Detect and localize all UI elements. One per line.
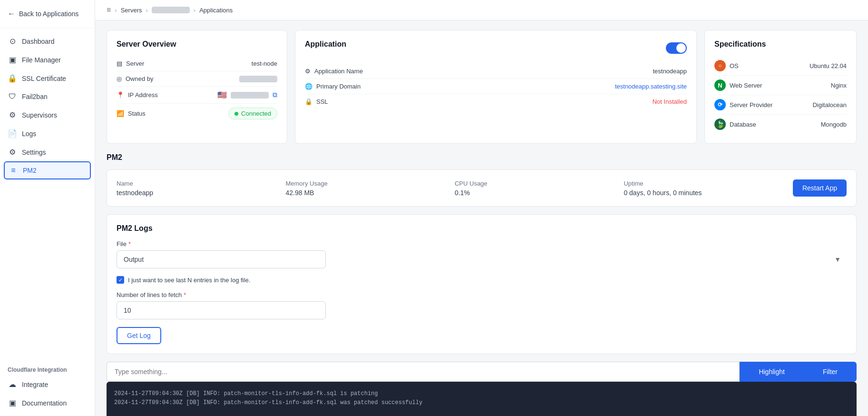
os-row: ○ OS Ubuntu 22.04 <box>714 56 847 76</box>
last-n-checkbox[interactable]: ✓ <box>117 276 124 284</box>
sidebar-item-documentation[interactable]: ▣ Documentation <box>0 394 95 412</box>
sidebar-item-logs[interactable]: 📄 Logs <box>0 124 95 143</box>
cloudflare-section-title: Cloudflare Integration <box>0 361 95 375</box>
content-area: Server Overview ▤ Server test-node ◎ Own… <box>95 20 868 416</box>
ssl-row-icon: 🔒 <box>305 98 312 105</box>
sidebar-item-supervisors[interactable]: ⚙ Supervisors <box>0 106 95 124</box>
sidebar-item-integrate[interactable]: ☁ Integrate <box>0 375 95 394</box>
file-required: * <box>128 240 131 248</box>
documentation-icon: ▣ <box>8 398 17 407</box>
pm2-name-value: testnodeapp <box>117 189 285 197</box>
main-content: ≡ › Servers › › Applications Server Over… <box>95 0 868 416</box>
status-dot <box>234 112 238 116</box>
cloudflare-section: Cloudflare Integration ☁ Integrate ▣ Doc… <box>0 357 95 416</box>
flag-icon: 🇺🇸 <box>217 90 227 99</box>
checkbox-label: I just want to see last N entries in the… <box>128 277 250 284</box>
sidebar-item-settings[interactable]: ⚙ Settings <box>0 143 95 161</box>
breadcrumb: ≡ › Servers › › Applications <box>95 0 868 20</box>
select-arrow-icon: ▼ <box>834 256 841 263</box>
dashboard-icon: ⊙ <box>8 37 17 46</box>
ssl-icon: 🔒 <box>8 74 17 83</box>
status-badge: Connected <box>228 108 277 119</box>
ip-row: 📍 IP Address 🇺🇸 ⧉ <box>117 87 277 104</box>
primary-domain-value[interactable]: testnodeapp.satesting.site <box>615 83 687 90</box>
lines-input[interactable] <box>117 301 326 319</box>
app-name-value: testnodeapp <box>653 68 687 75</box>
app-name-row: ⚙ Application Name testnodeapp <box>305 64 687 79</box>
database-row: 🍃 Database Mongodb <box>714 115 847 134</box>
log-search-row: Highlight Filter <box>107 362 857 382</box>
server-value: test-node <box>252 60 277 67</box>
primary-domain-row: 🌐 Primary Domain testnodeapp.satesting.s… <box>305 79 687 94</box>
pm2-logs-title: PM2 Logs <box>117 224 847 233</box>
pm2-cpu-value: 0.1% <box>455 189 624 197</box>
log-line-1: 2024-11-27T09:04:30Z [DB] INFO: patch-mo… <box>114 389 849 398</box>
log-search-input[interactable] <box>107 362 740 382</box>
back-arrow-icon: ← <box>8 10 15 18</box>
sidebar-item-dashboard[interactable]: ⊙ Dashboard <box>0 32 95 50</box>
restart-app-button[interactable]: Restart App <box>793 179 847 197</box>
provider-value: Digitalocean <box>812 101 847 109</box>
pm2-name-stat: Name testnodeapp <box>117 180 285 197</box>
logs-icon: 📄 <box>8 129 17 138</box>
filter-button[interactable]: Filter <box>804 362 857 382</box>
pm2-stats-row: Name testnodeapp Memory Usage 42.98 MB C… <box>117 179 847 197</box>
ip-value <box>231 92 269 99</box>
pm2-stats-card: Name testnodeapp Memory Usage 42.98 MB C… <box>107 169 857 207</box>
breadcrumb-applications[interactable]: Applications <box>199 7 233 14</box>
checkbox-row: ✓ I just want to see last N entries in t… <box>117 276 847 284</box>
application-card: Application ⚙ Application Name testnodea… <box>295 30 697 144</box>
owned-row: ◎ Owned by <box>117 71 277 87</box>
server-row: ▤ Server test-node <box>117 56 277 71</box>
server-overview-card: Server Overview ▤ Server test-node ◎ Own… <box>107 30 287 144</box>
file-manager-icon: ▣ <box>8 55 17 64</box>
back-to-applications[interactable]: ← Back to Applications <box>0 0 95 28</box>
ssl-row: 🔒 SSL Not Installed <box>305 94 687 109</box>
settings-icon: ⚙ <box>8 148 17 157</box>
sidebar-item-ssl[interactable]: 🔒 SSL Certificate <box>0 69 95 88</box>
status-icon: 📶 <box>117 110 124 117</box>
ip-icon: 📍 <box>117 91 124 99</box>
toggle-circle <box>676 43 686 53</box>
pm2-logs-card: PM2 Logs File * Output Error ▼ ✓ <box>107 214 857 354</box>
highlight-button[interactable]: Highlight <box>740 362 803 382</box>
supervisors-icon: ⚙ <box>8 110 17 119</box>
mongodb-icon: 🍃 <box>714 119 726 130</box>
integrate-icon: ☁ <box>8 380 17 389</box>
pm2-section-title: PM2 <box>107 153 857 162</box>
domain-icon: 🌐 <box>305 83 312 90</box>
sidebar-nav: ⊙ Dashboard ▣ File Manager 🔒 SSL Certifi… <box>0 28 95 357</box>
get-log-button[interactable]: Get Log <box>117 327 161 344</box>
pm2-uptime-value: 0 days, 0 hours, 0 minutes <box>624 189 792 197</box>
nginx-icon: N <box>714 79 726 91</box>
pm2-memory-stat: Memory Usage 42.98 MB <box>285 180 454 197</box>
provider-row: ⟳ Server Provider Digitalocean <box>714 95 847 115</box>
app-name-icon: ⚙ <box>305 68 311 75</box>
file-select[interactable]: Output Error <box>117 250 326 268</box>
specs-title: Specifications <box>714 40 847 49</box>
pm2-uptime-stat: Uptime 0 days, 0 hours, 0 minutes <box>624 180 792 197</box>
checkbox-check-icon: ✓ <box>118 277 123 283</box>
fail2ban-icon: 🛡 <box>8 92 17 101</box>
server-icon: ▤ <box>117 60 122 67</box>
application-title: Application <box>305 40 346 49</box>
breadcrumb-servers[interactable]: Servers <box>121 7 142 14</box>
lines-required: * <box>184 291 186 298</box>
app-card-header: Application <box>305 40 687 56</box>
server-overview-title: Server Overview <box>117 40 277 49</box>
pm2-cpu-stat: CPU Usage 0.1% <box>455 180 624 197</box>
app-toggle[interactable] <box>666 42 687 54</box>
breadcrumb-blurred <box>152 7 190 13</box>
copy-icon[interactable]: ⧉ <box>273 91 277 99</box>
sidebar-item-file-manager[interactable]: ▣ File Manager <box>0 50 95 69</box>
ssl-value: Not Installed <box>653 98 687 105</box>
web-server-value: Nginx <box>831 82 847 89</box>
sidebar-item-pm2[interactable]: ≡ PM2 <box>4 161 91 179</box>
status-row: 📶 Status Connected <box>117 104 277 123</box>
sidebar-item-fail2ban[interactable]: 🛡 Fail2ban <box>0 88 95 106</box>
menu-icon: ≡ <box>107 6 111 14</box>
specifications-card: Specifications ○ OS Ubuntu 22.04 N Web S… <box>704 30 857 144</box>
ubuntu-icon: ○ <box>714 60 726 71</box>
lines-form-group: Number of lines to fetch * <box>117 291 847 319</box>
os-value: Ubuntu 22.04 <box>809 62 847 69</box>
